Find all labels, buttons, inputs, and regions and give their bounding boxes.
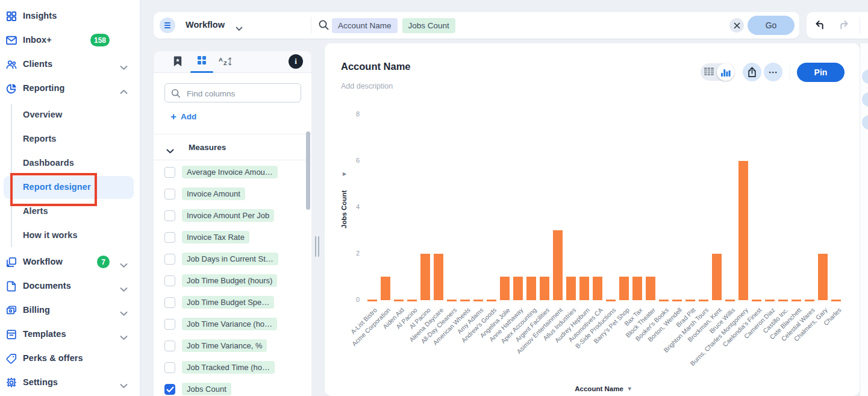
bar-amy-adams[interactable]	[473, 300, 483, 301]
measure-checkbox[interactable]	[164, 232, 175, 243]
clear-search-button[interactable]	[729, 18, 744, 33]
bar-castillo-inc-[interactable]	[778, 300, 788, 301]
bar-bax-tax[interactable]	[632, 277, 642, 300]
more-options-button[interactable]: ⋯	[764, 63, 782, 81]
sidebar-item-inbox[interactable]: Inbox+158	[0, 30, 140, 51]
measure-checkbox[interactable]	[164, 384, 175, 395]
measure-checkbox[interactable]	[164, 210, 175, 221]
sidebar-item-reporting[interactable]: Reporting	[0, 78, 140, 99]
measure-checkbox[interactable]	[164, 254, 175, 265]
sidebar-item-report-designer[interactable]: Report designer	[0, 177, 140, 198]
menu-icon[interactable]	[160, 17, 175, 33]
sidebar-item-clients[interactable]: Clients	[0, 54, 140, 75]
bar-aleena-daycare[interactable]	[434, 254, 443, 300]
bar-anne-hathaway[interactable]	[513, 277, 523, 300]
perks-icon	[5, 353, 17, 365]
x-axis-field-dropdown[interactable]: Account Name ▼	[552, 385, 655, 392]
measure-chip[interactable]: Job Tracked Time (ho…	[182, 361, 275, 374]
measure-chip[interactable]: Invoice Tax Rate	[182, 231, 249, 244]
measure-chip[interactable]: Average Invoice Amou…	[182, 166, 278, 178]
bar-angelina-jolie[interactable]	[500, 277, 510, 300]
bar-charles[interactable]	[831, 300, 841, 301]
measure-chip[interactable]: Job Time Budget Spe…	[182, 296, 274, 309]
measure-checkbox[interactable]	[164, 341, 175, 351]
measure-chip[interactable]: Invoice Amount Per Job	[182, 209, 274, 222]
sidebar-item-insights[interactable]: Insights	[0, 5, 140, 27]
bar-atlus-industries[interactable]	[566, 277, 576, 300]
collapse-measures-chevron-icon[interactable]	[166, 145, 174, 156]
bar-barry-s-pet-shop[interactable]	[619, 277, 629, 300]
measure-checkbox[interactable]	[164, 362, 175, 373]
bar-asimov-entertainment[interactable]	[553, 230, 563, 300]
search-chip-jobs-count[interactable]: Jobs Count	[402, 18, 455, 33]
measure-checkbox[interactable]	[164, 189, 175, 200]
find-columns-input[interactable]	[186, 84, 299, 102]
sidebar-item-dashboards[interactable]: Dashboards	[0, 152, 140, 174]
bar-brad-pitt[interactable]	[685, 300, 695, 301]
bar-brockman-kent[interactable]	[712, 254, 722, 300]
undo-icon[interactable]	[814, 18, 827, 34]
sidebar-item-perks[interactable]: Perks & offers	[0, 348, 140, 369]
measure-chip[interactable]: Invoice Amount	[182, 187, 245, 200]
sidebar-item-settings[interactable]: Settings	[0, 372, 140, 394]
pin-button[interactable]: Pin	[797, 63, 845, 82]
sidebar-item-billing[interactable]: Billing	[0, 300, 140, 321]
sidebar-item-workflow[interactable]: Workflow7	[0, 251, 140, 273]
measure-checkbox[interactable]	[164, 297, 175, 308]
bar-argent-facilities[interactable]	[540, 277, 549, 300]
bar-acme-corporation[interactable]	[381, 277, 390, 300]
tab-saved-bookmark-icon[interactable]	[173, 55, 183, 70]
info-icon[interactable]: i	[289, 54, 303, 69]
bar-brighton-marsh-tours[interactable]	[699, 300, 708, 301]
bar-apex-accounting[interactable]	[526, 277, 536, 300]
bar-automotives-ca[interactable]	[593, 277, 602, 300]
bar-aiden-aid[interactable]	[394, 300, 404, 301]
dataset-selector[interactable]: Workflow	[186, 20, 225, 30]
chart-view-icon[interactable]	[717, 63, 734, 81]
bar-b-side-productions[interactable]	[606, 300, 616, 301]
bar-cameron-diaz[interactable]	[765, 300, 775, 301]
measure-chip[interactable]: Job Time Variance, %	[182, 339, 267, 352]
bar-burns-charles-montgomery[interactable]	[738, 161, 748, 300]
bar-al-pacino[interactable]	[420, 254, 430, 300]
scrollbar[interactable]	[306, 131, 310, 210]
measure-chip[interactable]: Job Days in Current St…	[182, 253, 278, 265]
chevron-down-icon[interactable]	[236, 23, 243, 34]
bar-al-pacino[interactable]	[407, 300, 417, 301]
sidebar-item-reports[interactable]: Reports	[0, 128, 140, 150]
measure-checkbox[interactable]	[164, 275, 175, 286]
panel-resize-handle[interactable]	[314, 236, 320, 257]
tab-columns-grid-icon[interactable]	[197, 55, 207, 68]
go-button[interactable]: Go	[748, 16, 795, 35]
bar-chalmers-gary[interactable]	[818, 254, 828, 300]
bar-a-list-bistro[interactable]	[367, 300, 377, 301]
search-chip-account-name[interactable]: Account Name	[332, 18, 398, 33]
measure-chip[interactable]: Jobs Count	[182, 383, 231, 395]
sidebar-item-how-it-works[interactable]: How it works	[0, 225, 140, 247]
measure-chip[interactable]: Job Time Variance (ho…	[182, 318, 277, 330]
sidebar-item-templates[interactable]: Templates	[0, 324, 140, 345]
share-button[interactable]	[743, 63, 761, 81]
bar-cate-blanchett[interactable]	[792, 300, 801, 301]
sidebar-item-overview[interactable]: Overview	[0, 104, 140, 126]
table-view-icon[interactable]	[704, 67, 714, 79]
bar-borton-wendell[interactable]	[672, 300, 682, 301]
redo-icon[interactable]	[837, 18, 850, 34]
bar-all-day-cleaners[interactable]	[447, 300, 457, 301]
measure-chip[interactable]: Job Time Budget (hours)	[182, 274, 277, 287]
bar-block-theater[interactable]	[646, 277, 655, 300]
bar-bruce-willis[interactable]	[725, 300, 735, 301]
tab-sort-az-icon[interactable]: AZ	[219, 55, 233, 70]
bar-caelondia-s-finest[interactable]	[752, 300, 761, 301]
bar-celestial-wares[interactable]	[805, 300, 814, 301]
measure-checkbox[interactable]	[164, 167, 175, 178]
add-column-button[interactable]: + Add	[170, 112, 196, 121]
sidebar-item-documents[interactable]: Documents	[0, 275, 140, 297]
add-description[interactable]: Add description	[341, 82, 393, 90]
bar-andrew-s-goods[interactable]	[487, 300, 496, 301]
sidebar-item-alerts[interactable]: Alerts	[0, 201, 140, 222]
bar-booker-s-books[interactable]	[659, 300, 669, 301]
measure-checkbox[interactable]	[164, 319, 175, 330]
bar-american-wheels[interactable]	[460, 300, 470, 301]
bar-audrey-hepburn[interactable]	[579, 277, 589, 300]
